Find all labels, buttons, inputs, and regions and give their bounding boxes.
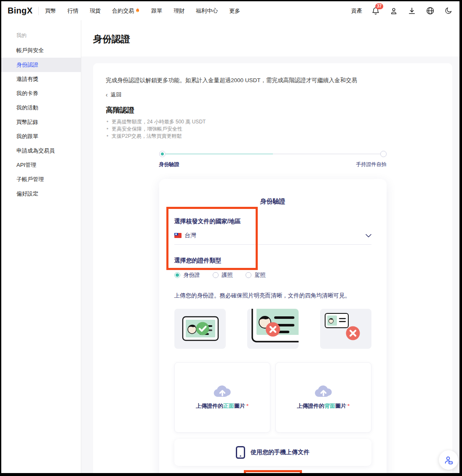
sidebar-item-my-activities[interactable]: 我的活動 <box>1 101 81 115</box>
upload-front-label: 上傳證件的正面圖片* <box>196 402 248 410</box>
content-area: 完成身份認證以解鎖更多功能。如累計入金量超過2000 USDT，需完成高階認證才… <box>81 56 459 473</box>
step1-label: 身份驗證 <box>159 161 179 168</box>
chevron-left-icon: ‹ <box>106 91 108 98</box>
dark-mode-moon-icon[interactable] <box>443 6 453 16</box>
example-cropped-photo <box>247 309 299 349</box>
sidebar-item-my-coupons[interactable]: 我的卡券 <box>1 86 81 101</box>
nav-markets[interactable]: 行情 <box>67 7 78 15</box>
nav-label: 理財 <box>174 7 184 15</box>
language-globe-icon[interactable] <box>425 6 435 16</box>
identity-form-card: 身份驗證 選擇核發文件的國家/地區 台灣 選擇您的證件類型 <box>159 179 387 476</box>
cloud-upload-icon <box>315 385 332 398</box>
verification-panel: 完成身份認證以解鎖更多功能。如累計入金量超過2000 USDT，需完成高階認證才… <box>93 63 452 473</box>
form-title: 身份驗證 <box>174 198 371 206</box>
nav-label: 福利中心 <box>196 7 218 15</box>
label-suffix: 圖片 <box>234 403 245 409</box>
intro-text: 完成身份認證以解鎖更多功能。如累計入金量超過2000 USDT，需完成高階認證才… <box>106 77 440 84</box>
upload-front-card[interactable]: 上傳證件的正面圖片* <box>174 362 270 433</box>
download-app-icon[interactable] <box>407 6 417 16</box>
topbar-divider <box>38 7 39 15</box>
sidebar-item-subaccount-management[interactable]: 子帳戶管理 <box>1 172 81 187</box>
radio-label: 身份證 <box>184 271 200 279</box>
app-window: BingX 買幣 行情 現貨 合約交易 跟單 理財 福利中心 更多 資產 37 <box>0 0 462 476</box>
cloud-upload-icon <box>214 385 231 398</box>
phone-upload-label: 使用您的手機上傳文件 <box>251 449 310 456</box>
nav-label: 跟單 <box>151 7 162 15</box>
account-icon[interactable] <box>389 6 398 16</box>
nav-copy-trading[interactable]: 跟單 <box>151 7 162 15</box>
phone-upload-button[interactable]: 使用您的手機上傳文件 <box>174 439 371 466</box>
upload-back-label: 上傳證件的背面圖片* <box>297 402 350 410</box>
radio-label: 護照 <box>222 271 233 279</box>
nav-label: 行情 <box>67 7 78 15</box>
back-label: 返回 <box>111 91 122 99</box>
benefit-item: 支援P2P交易，法幣買賣更輕鬆 <box>106 133 440 140</box>
sidebar-item-apply-trader[interactable]: 申請成為交易員 <box>1 144 81 158</box>
doc-type-field-label: 選擇您的證件類型 <box>174 257 371 265</box>
required-asterisk: * <box>246 403 248 409</box>
assets-link[interactable]: 資產 <box>351 7 362 15</box>
customer-support-button[interactable] <box>439 450 458 470</box>
radio-circle <box>174 272 180 278</box>
benefits-list: 更高提幣額度，24 小時最多 500 萬 USDT 更高安全保障，增強帳戶安全性… <box>106 118 440 140</box>
label-suffix: 圖片 <box>335 403 346 409</box>
sidebar-item-preferences[interactable]: 偏好設定 <box>1 187 81 201</box>
support-agent-icon <box>443 455 454 465</box>
nav-spot[interactable]: 現貨 <box>90 7 101 15</box>
country-field-label: 選擇核發文件的國家/地區 <box>174 218 371 225</box>
sidebar-item-my-copy-trading[interactable]: 我的跟單 <box>1 129 81 144</box>
upload-instruction: 上傳您的身份證。務必確保照片明亮而清晰，文件的四角均清晰可見。 <box>174 291 371 300</box>
radio-passport[interactable]: 護照 <box>213 271 233 279</box>
nav-wealth[interactable]: 理財 <box>174 7 184 15</box>
notification-bell-icon[interactable]: 37 <box>371 6 380 16</box>
sidebar-item-api-management[interactable]: API管理 <box>1 158 81 172</box>
main-area: 身份認證 完成身份認證以解鎖更多功能。如累計入金量超過2000 USDT，需完成… <box>81 20 459 473</box>
radio-circle <box>213 272 219 278</box>
radio-circle <box>246 272 251 278</box>
radio-id-card[interactable]: 身份證 <box>174 271 200 279</box>
example-tiles <box>174 309 371 349</box>
sidebar-item-buy-crypto-history[interactable]: 買幣記錄 <box>1 115 81 129</box>
label-highlight: 背面 <box>324 403 335 409</box>
nav-label: 買幣 <box>45 7 56 15</box>
step2-indicator <box>380 151 387 157</box>
radio-drivers-license[interactable]: 駕照 <box>246 271 266 279</box>
title-band: 身份認證 <box>81 20 459 56</box>
nav-label: 合約交易 <box>112 7 134 15</box>
sidebar-item-referral[interactable]: 邀請有獎 <box>1 72 81 86</box>
label-prefix: 上傳證件的 <box>196 403 223 409</box>
nav-futures[interactable]: 合約交易 <box>112 7 140 15</box>
notification-count-badge: 37 <box>375 3 383 9</box>
doc-type-radio-group: 身份證 護照 駕照 <box>174 271 371 279</box>
main-nav: 買幣 行情 現貨 合約交易 跟單 理財 福利中心 更多 <box>45 7 240 15</box>
example-good-photo <box>174 309 226 349</box>
advanced-verification-title: 高階認證 <box>106 105 440 115</box>
upload-back-card[interactable]: 上傳證件的背面圖片* <box>275 362 371 433</box>
nav-buy-crypto[interactable]: 買幣 <box>45 7 56 15</box>
upload-cards: 上傳證件的正面圖片* 上傳證件的背面圖片* <box>174 362 371 433</box>
stepper: 身份驗證 手持證件自拍 <box>159 151 387 168</box>
sidebar-item-identity-verification[interactable]: 身份認證 <box>1 58 81 72</box>
country-select[interactable]: 台灣 <box>174 232 371 245</box>
nav-rewards-hub[interactable]: 福利中心 <box>196 7 218 15</box>
nav-label: 更多 <box>229 7 240 15</box>
required-asterisk: * <box>347 403 350 409</box>
taiwan-flag-icon <box>174 233 182 238</box>
nav-label: 現貨 <box>90 7 101 15</box>
nav-more[interactable]: 更多 <box>229 7 240 15</box>
step1-indicator <box>159 151 166 157</box>
radio-label: 駕照 <box>255 271 266 279</box>
country-select-value: 台灣 <box>185 232 196 239</box>
step2-label: 手持證件自拍 <box>356 161 387 168</box>
back-link[interactable]: ‹ 返回 <box>106 91 122 99</box>
next-button-highlight-box: 下一個 > <box>244 470 302 476</box>
sidebar-section-label: 我的 <box>1 28 81 43</box>
label-highlight: 正面 <box>223 403 234 409</box>
sidebar-item-account-security[interactable]: 帳戶與安全 <box>1 43 81 58</box>
bingx-logo[interactable]: BingX <box>8 6 32 16</box>
page-title: 身份認證 <box>93 33 459 45</box>
label-prefix: 上傳證件的 <box>297 403 324 409</box>
chevron-down-icon <box>366 232 371 239</box>
topbar: BingX 買幣 行情 現貨 合約交易 跟單 理財 福利中心 更多 資產 37 <box>1 1 459 20</box>
phone-icon <box>236 446 245 459</box>
